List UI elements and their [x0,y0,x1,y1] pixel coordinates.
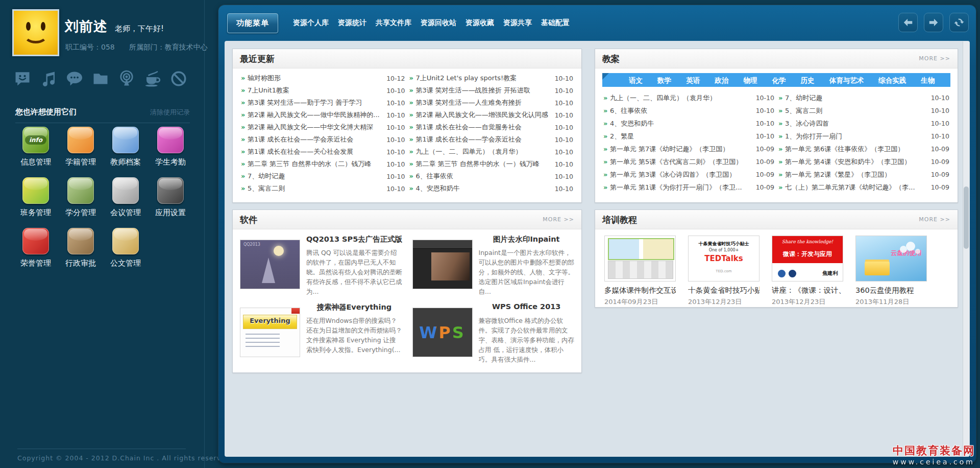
list-item[interactable]: 7、幼时记趣 10-10 [241,170,405,182]
list-item[interactable]: 第3课 笑对生活——战胜挫折 开拓进取 10-10 [409,84,574,97]
app-tile[interactable]: 学籍管理 [58,127,103,167]
list-item[interactable]: 九上（一、二、四单元）（袁月华） 10-10 [409,146,574,158]
list-item[interactable]: 第3课 笑对生活——勤于学习 善于学习 10-10 [241,97,405,109]
folder-icon[interactable] [91,69,110,88]
refresh-button[interactable] [949,13,969,32]
list-item[interactable]: 7上Unit1教案 10-10 [241,84,405,97]
list-item[interactable]: 第二章 第三节 自然界中的水（一）钱万峰 10-10 [409,158,574,170]
list-item[interactable]: 3、冰心诗四首 10-10 [778,117,949,130]
panel-title: 软件 [240,210,257,229]
item-date: 10-10 [931,120,949,127]
training-item[interactable]: 云盘的使用 360云盘使用教程 2013年11月28日 [855,236,927,307]
list-item[interactable]: 九上（一、二、四单元）（袁月华） 10-10 [603,91,774,104]
list-item[interactable]: 第1课 成长在社会——自觉服务社会 10-10 [409,121,574,133]
list-item[interactable]: 第1课 成长在社会——学会亲近社会 10-10 [409,133,574,146]
panel-software: 软件 MORE >> QQ2013 QQ2013 SP5去广告正式版 腾讯 QQ… [232,209,582,373]
software-item[interactable]: WPS WPS Office 2013 兼容微软Office 格式的办公软件。实… [412,302,575,364]
app-tile[interactable]: 会议管理 [103,177,148,218]
app-tile[interactable]: 班务管理 [13,177,58,218]
app-label: 班务管理 [20,208,51,218]
more-link[interactable]: MORE >> [543,210,574,229]
nav-link[interactable]: 资源回收站 [416,15,461,31]
list-item[interactable]: 第一单元 第3课《冰心诗四首》（李卫国） 10-09 [603,168,774,181]
subject-tab[interactable]: 历史 [795,74,821,87]
subject-tab[interactable]: 语文 [623,74,649,87]
list-item[interactable]: 七（上）第二单元第7课《幼时记趣》（李... 10-09 [778,181,949,194]
list-item[interactable]: 4、安恩和奶牛 10-10 [603,117,774,130]
list-item[interactable]: 第2课 融入民族文化——做中华民族精神的... 10-10 [241,109,405,121]
list-item[interactable]: 第2课 融入民族文化——增强民族文化认同感 10-10 [409,109,574,121]
list-item[interactable]: 第1课 成长在社会——关心社会发展 10-10 [241,146,405,158]
list-item[interactable]: 第3课 笑对生活——人生难免有挫折 10-10 [409,97,574,109]
training-thumbnail: 十条黄金省时技巧小贴士 One of 1,000+ TEDTalks TED.c… [688,236,760,282]
app-tile[interactable]: 学生考勤 [148,127,193,167]
subject-tab[interactable]: 数学 [651,74,677,87]
more-link[interactable]: MORE >> [919,210,950,229]
list-item[interactable]: 第一单元 第1课《为你打开一扇门》（李卫... 10-09 [603,181,774,194]
scrollbar-thumb[interactable] [964,186,969,249]
more-link[interactable]: MORE >> [919,49,950,68]
item-title: 1、为你打开一扇门 [778,132,926,141]
nav-link[interactable]: 资源收藏 [461,15,499,31]
software-item[interactable]: QQ2013 QQ2013 SP5去广告正式版 腾讯 QQ 可以说是最不需要介绍… [240,235,402,296]
list-item[interactable]: 2、繁星 10-10 [603,130,774,143]
list-item[interactable]: 1、为你打开一扇门 10-10 [778,130,949,143]
item-title: 第1课 成长在社会——自觉服务社会 [409,123,550,132]
list-item[interactable]: 6、往事依依 10-10 [409,170,574,182]
block-icon[interactable] [169,69,188,88]
app-tile[interactable]: info 信息管理 [13,127,58,167]
nav-link[interactable]: 资源统计 [333,15,371,31]
list-item[interactable]: 7上Unit2 Let's play sports!教案 10-10 [409,72,574,84]
subject-tab[interactable]: 体育与艺术 [823,74,870,87]
item-title: 5、寓言二则 [241,184,381,193]
training-item[interactable]: 多媒体课件制作交互设 2014年09月23日 [604,236,676,307]
back-button[interactable] [898,13,918,32]
function-menu-button[interactable]: 功能菜单 [227,13,278,33]
subject-tab[interactable]: 物理 [737,74,763,87]
list-item[interactable]: 4、安恩和奶牛 10-10 [409,182,574,195]
item-date: 10-10 [555,185,573,193]
list-item[interactable]: 轴对称图形 10-12 [241,72,405,84]
list-item[interactable]: 6、往事依依 10-10 [603,104,774,117]
app-tile[interactable]: 应用设置 [148,177,193,218]
software-item[interactable]: Everything 搜索神器Everything 还在用Wndows自带的搜索… [240,302,402,364]
list-item[interactable]: 第一单元 第2课《繁星》（李卫国） 10-09 [778,168,949,181]
user-avatar[interactable] [12,9,59,56]
list-item[interactable]: 第1课 成长在社会——学会亲近社会 10-10 [241,133,405,146]
subject-tab[interactable]: 英语 [680,74,706,87]
forward-button[interactable] [924,13,943,32]
scrollbar-track[interactable] [963,41,969,456]
list-item[interactable]: 5、寓言二则 10-10 [778,104,949,117]
app-tile[interactable]: 学分管理 [58,177,103,218]
chat-icon[interactable] [65,69,84,88]
software-item[interactable]: 图片去水印Inpaint Inpaint是一个图片去水印软件，可以从您的图片中删… [412,235,575,296]
list-item[interactable]: 第一单元 第4课《安恩和奶牛》（李卫国） 10-09 [778,155,949,168]
smiley-message-icon[interactable] [13,69,32,88]
training-item[interactable]: Share the knowledge! 微课：开发与应用 焦建利 讲座：《微课… [772,236,843,307]
item-title: 第一单元 第3课《冰心诗四首》（李卫国） [603,170,751,179]
subject-tab[interactable]: 化学 [766,74,792,87]
app-tile[interactable]: 行政审批 [58,228,103,268]
app-tile[interactable]: 公文管理 [103,228,148,268]
list-item[interactable]: 第2课 融入民族文化——中华文化博大精深 10-10 [241,121,405,133]
coffee-icon[interactable] [143,69,162,88]
nav-link[interactable]: 共享文件库 [371,15,416,31]
nav-link[interactable]: 基础配置 [536,15,574,31]
list-item[interactable]: 第二章 第三节 自然界中的水（二）钱万峰 10-10 [241,158,405,170]
broadcast-icon[interactable] [117,69,136,88]
subject-tab[interactable]: 政治 [708,74,734,87]
list-item[interactable]: 第一单元 第7课《幼时记趣》（李卫国） 10-09 [603,143,774,155]
app-tile[interactable]: 教师档案 [103,127,148,167]
music-icon[interactable] [39,69,58,88]
app-tile[interactable]: 荣誉管理 [13,228,58,268]
clear-usage-link[interactable]: 清除使用记录 [150,108,190,117]
list-item[interactable]: 第一单元 第6课《往事依依》（李卫国） 10-09 [778,143,949,155]
list-item[interactable]: 7、幼时记趣 10-10 [778,91,949,104]
list-item[interactable]: 第一单元 第5课《古代寓言二则》（李卫国） 10-09 [603,155,774,168]
subject-tab[interactable]: 生物 [915,74,941,87]
nav-link[interactable]: 资源共享 [499,15,536,31]
training-item[interactable]: 十条黄金省时技巧小贴士 One of 1,000+ TEDTalks TED.c… [688,236,760,307]
subject-tab[interactable]: 综合实践 [872,74,912,87]
nav-link[interactable]: 资源个人库 [288,15,333,31]
list-item[interactable]: 5、寓言二则 10-10 [241,182,405,195]
